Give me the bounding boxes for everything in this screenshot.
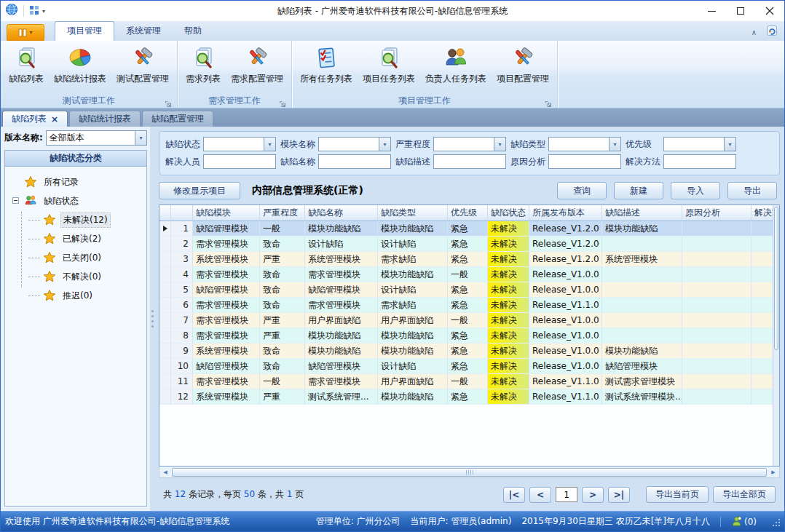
help-icon[interactable]	[765, 24, 778, 40]
table-row[interactable]: 5缺陷管理模块致命缺陷管理模块设计缺陷紧急未解决Release_V1.0.0	[159, 282, 779, 298]
table-cell: 一般	[448, 313, 488, 328]
ribbon-tab[interactable]: 项目管理	[55, 21, 114, 41]
last-page-button[interactable]: >|	[608, 487, 630, 503]
doc-tab[interactable]: 缺陷列表×	[2, 111, 68, 127]
ribbon-button[interactable]: 项目配置管理	[492, 43, 554, 94]
doc-tab[interactable]: 缺陷配置管理	[142, 111, 213, 127]
horizontal-scrollbar[interactable]: ◀ ▶	[159, 467, 780, 478]
chevron-down-icon[interactable]: ▾	[379, 138, 390, 151]
next-page-button[interactable]: >	[582, 487, 604, 503]
table-row[interactable]: 1缺陷管理模块一般模块功能缺陷模块功能缺陷紧急未解决Release_V1.2.0…	[159, 221, 779, 237]
table-row[interactable]: 8需求管理模块严重模块功能缺陷模块功能缺陷紧急未解决Release_V1.0.0	[159, 328, 779, 344]
modify-columns-button[interactable]: 修改显示项目	[159, 182, 240, 199]
header-cell[interactable]: 严重程度	[260, 205, 305, 221]
ribbon-tab[interactable]: 帮助	[173, 22, 213, 41]
table-row[interactable]: 12系统管理模块严重测试系统管理...模块功能缺陷紧急未解决Release_V1…	[159, 389, 779, 405]
scroll-right-icon[interactable]: ▶	[768, 467, 779, 477]
scrollbar-thumb[interactable]	[774, 207, 778, 350]
tree-item[interactable]: 已关闭(0)	[12, 248, 146, 267]
tree-item[interactable]: 缺陷状态	[12, 191, 146, 210]
tab-close-icon[interactable]: ×	[51, 114, 58, 124]
tree-item[interactable]: 所有记录	[12, 172, 146, 191]
version-select[interactable]: 全部版本 ▾	[46, 130, 147, 146]
export-button[interactable]: 导出	[727, 182, 777, 199]
ribbon-collapse-icon[interactable]: ∧	[749, 28, 760, 36]
header-cell[interactable]: 缺陷描述	[602, 205, 682, 221]
filter-input[interactable]	[548, 154, 621, 169]
table-cell	[682, 359, 752, 374]
table-row[interactable]: 6需求管理模块致命需求管理模块需求缺陷紧急未解决Release_V1.1.0	[159, 298, 779, 313]
ribbon-button[interactable]: 需求配置管理	[226, 43, 288, 94]
table-row[interactable]: 7需求管理模块严重用户界面缺陷用户界面缺陷一般未解决Release_V1.0.0	[159, 313, 779, 328]
header-cell[interactable]: 缺陷模块	[193, 205, 260, 221]
splitter-handle[interactable]	[150, 127, 155, 511]
first-page-button[interactable]: |<	[503, 487, 525, 503]
filter-dropdown[interactable]: ▾	[203, 137, 276, 151]
doc-tab[interactable]: 缺陷统计报表	[69, 111, 141, 127]
filter-input[interactable]	[433, 154, 506, 169]
filter-input[interactable]	[663, 154, 736, 169]
ribbon-button[interactable]: 所有任务列表	[295, 43, 358, 94]
tree-item[interactable]: 推迟(0)	[12, 286, 146, 305]
file-menu-button[interactable]: ▾	[7, 24, 44, 41]
chevron-down-icon[interactable]: ▾	[42, 8, 45, 15]
chevron-down-icon[interactable]: ▾	[609, 138, 620, 151]
dialog-launcher-icon[interactable]	[545, 97, 553, 105]
dialog-launcher-icon[interactable]	[279, 97, 287, 105]
search-button[interactable]: 查询	[557, 182, 607, 199]
ribbon-button[interactable]: 项目任务列表	[358, 43, 420, 94]
scroll-left-icon[interactable]: ◀	[159, 467, 171, 477]
table-row[interactable]: 10缺陷管理模块致命缺陷管理模块设计缺陷紧急未解决Release_V1.0.0缺…	[159, 359, 779, 374]
vertical-scrollbar[interactable]	[773, 205, 779, 466]
ribbon-button[interactable]: 负责人任务列表	[420, 43, 492, 94]
export-all-pages-button[interactable]: 导出全部页	[713, 486, 776, 503]
close-button[interactable]	[755, 1, 784, 21]
table-cell: Release_V1.0.0	[529, 282, 602, 298]
filter-dropdown[interactable]: ▾	[433, 137, 506, 151]
prev-page-button[interactable]: <	[529, 487, 551, 503]
chevron-down-icon[interactable]: ▾	[724, 138, 735, 151]
tree-item-label: 所有记录	[42, 175, 81, 189]
header-cell[interactable]: 原因分析	[682, 205, 752, 221]
tree-item[interactable]: 未解决(12)	[12, 210, 146, 229]
ribbon-button[interactable]: 测试配置管理	[111, 43, 174, 94]
maximize-button[interactable]	[726, 1, 755, 21]
ribbon-button[interactable]: 缺陷统计报表	[49, 43, 111, 94]
resize-grip[interactable]	[771, 517, 780, 526]
import-button[interactable]: 导入	[671, 182, 720, 199]
tree-item[interactable]: 已解决(2)	[12, 229, 146, 248]
page-input[interactable]	[556, 487, 577, 502]
table-row[interactable]: 2需求管理模块致命设计缺陷设计缺陷紧急未解决Release_V1.2.0	[159, 237, 779, 252]
header-cell[interactable]: 缺陷状态	[488, 205, 529, 221]
chevron-down-icon[interactable]: ▾	[264, 138, 275, 151]
table-row[interactable]: 3系统管理模块严重系统管理模块需求缺陷紧急未解决Release_V1.2.0系统…	[159, 252, 779, 267]
filter-dropdown[interactable]: ▾	[663, 137, 736, 151]
quick-access-icon[interactable]	[29, 4, 39, 18]
tree-collapse-icon[interactable]	[12, 197, 19, 204]
header-cell[interactable]: 缺陷名称	[305, 205, 378, 221]
filter-dropdown[interactable]: ▾	[548, 137, 621, 151]
ribbon-button[interactable]: 缺陷列表	[4, 43, 49, 94]
header-cell[interactable]: 所属发布版本	[529, 205, 602, 221]
filter-input[interactable]	[203, 154, 276, 169]
table-row[interactable]: 11需求管理模块一般需求管理模块用户界面缺陷一般未解决Release_V1.1.…	[159, 374, 779, 389]
minimize-button[interactable]	[697, 1, 726, 21]
header-cell[interactable]: 优先级	[448, 205, 488, 221]
ribbon-button[interactable]: 需求列表	[181, 43, 226, 94]
table-row[interactable]: 4需求管理模块致命需求管理模块模块功能缺陷一般未解决Release_V1.0.0	[159, 267, 779, 282]
table-row[interactable]: 9系统管理模块致命模块功能缺陷模块功能缺陷紧急未解决Release_V1.0.0…	[159, 344, 779, 359]
header-cell[interactable]: 缺陷类型	[378, 205, 448, 221]
chevron-down-icon[interactable]: ▾	[135, 131, 146, 145]
tree-item[interactable]: 不解决(0)	[12, 267, 146, 286]
new-button[interactable]: 新建	[614, 182, 663, 199]
ribbon-button-label: 所有任务列表	[300, 73, 352, 85]
chevron-down-icon[interactable]: ▾	[494, 138, 505, 151]
filter-input[interactable]	[318, 154, 391, 169]
scrollbar-thumb[interactable]	[172, 468, 767, 477]
dialog-launcher-icon[interactable]	[165, 97, 173, 105]
export-current-page-button[interactable]: 导出当前页	[646, 486, 709, 503]
filter-dropdown[interactable]: ▾	[318, 137, 391, 151]
ribbon-tab[interactable]: 系统管理	[114, 22, 173, 41]
table-cell: 致命	[260, 298, 305, 313]
table-cell: 紧急	[448, 237, 488, 252]
